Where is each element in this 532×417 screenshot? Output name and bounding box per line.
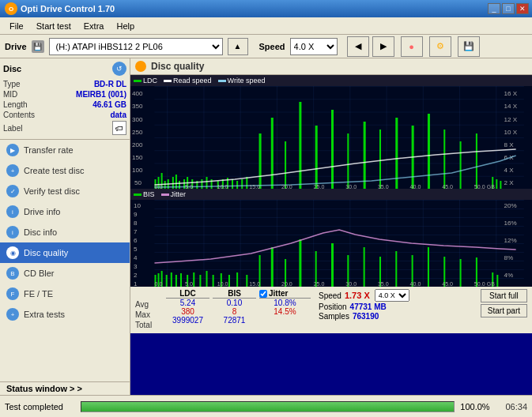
disc-contents-value: data xyxy=(110,111,126,119)
ldc-legend-item: LDC xyxy=(134,77,157,85)
svg-rect-109 xyxy=(395,251,397,287)
bottom-legend: BIS Jitter xyxy=(130,189,532,200)
menu-file[interactable]: File xyxy=(3,20,30,32)
svg-rect-92 xyxy=(193,272,194,287)
sidebar-item-create-test-disc[interactable]: + Create test disc xyxy=(0,160,130,181)
content-header: Disc quality xyxy=(130,58,532,75)
jitter-max: 14.5% xyxy=(259,307,311,316)
menu-extra[interactable]: Extra xyxy=(77,20,111,32)
drive-select[interactable]: (H:) ATAPI iHBS112 2 PL06 xyxy=(49,38,223,55)
svg-text:5: 5 xyxy=(134,246,138,253)
svg-text:8 X: 8 X xyxy=(504,141,514,148)
svg-rect-39 xyxy=(259,133,262,189)
disc-quality-icon: ◉ xyxy=(6,246,19,259)
samples-stat-value: 763190 xyxy=(353,312,379,321)
create-test-disc-icon: + xyxy=(6,164,19,177)
settings-button[interactable]: ⚙ xyxy=(429,36,451,57)
menu-help[interactable]: Help xyxy=(110,20,141,32)
transfer-rate-label: Transfer rate xyxy=(24,145,74,155)
progress-bar xyxy=(81,401,455,412)
close-button[interactable]: ✕ xyxy=(516,3,529,14)
svg-text:0.0: 0.0 xyxy=(154,281,162,287)
prev-button[interactable]: ◀ xyxy=(347,36,369,57)
samples-stat-label: Samples xyxy=(319,312,349,321)
sidebar-item-extra-tests[interactable]: + Extra tests xyxy=(0,304,130,325)
transfer-rate-icon: ▶ xyxy=(6,144,19,156)
svg-rect-56 xyxy=(500,181,501,189)
extra-tests-icon: + xyxy=(6,308,19,321)
menu-start-test[interactable]: Start test xyxy=(30,20,77,32)
svg-text:2 X: 2 X xyxy=(504,179,514,186)
fe-te-label: FE / TE xyxy=(24,289,53,299)
status-window-bar[interactable]: Status window > > xyxy=(0,381,130,395)
svg-rect-44 xyxy=(331,110,334,189)
sidebar: Disc ↺ Type BD-R DL MID MEIRB1 (001) Len… xyxy=(0,58,130,395)
speed-stat-select[interactable]: 4.0 X xyxy=(375,289,409,302)
svg-rect-50 xyxy=(428,114,430,189)
svg-text:35.0: 35.0 xyxy=(378,281,389,287)
svg-text:14 X: 14 X xyxy=(504,103,517,110)
svg-rect-99 xyxy=(246,275,247,287)
total-label: Total xyxy=(135,321,163,331)
svg-rect-95 xyxy=(213,275,214,287)
svg-rect-36 xyxy=(236,181,238,189)
next-button[interactable]: ▶ xyxy=(372,36,394,57)
speed-select[interactable]: 4.0 X xyxy=(290,38,338,55)
content-title: Disc quality xyxy=(151,61,204,72)
jitter-stats: Jitter 10.8% 14.5% xyxy=(259,289,311,316)
bottom-status-bar: Test completed 100.0% 06:34 xyxy=(0,395,532,417)
start-full-button[interactable]: Start full xyxy=(481,289,527,302)
svg-text:12 X: 12 X xyxy=(504,116,517,123)
extra-tests-label: Extra tests xyxy=(24,310,65,319)
color-button[interactable]: ● xyxy=(401,36,423,57)
read-speed-legend-item: Read speed xyxy=(164,77,212,85)
app-title: Opti Drive Control 1.70 xyxy=(21,4,115,13)
cd-bler-icon: B xyxy=(6,267,19,280)
svg-text:35.0: 35.0 xyxy=(378,184,389,189)
save-button[interactable]: 💾 xyxy=(458,36,480,57)
sidebar-item-transfer-rate[interactable]: ▶ Transfer rate xyxy=(0,140,130,160)
svg-rect-35 xyxy=(232,179,233,189)
bis-legend-label: BIS xyxy=(143,190,155,198)
sidebar-item-verify-test-disc[interactable]: ✓ Verify test disc xyxy=(0,181,130,201)
nav-items: ▶ Transfer rate + Create test disc ✓ Ver… xyxy=(0,140,130,381)
svg-rect-55 xyxy=(496,179,497,189)
window-controls: _ □ ✕ xyxy=(488,3,529,14)
ldc-stat-header: LDC xyxy=(166,289,209,299)
avg-label: Avg xyxy=(135,300,163,310)
right-stats: Speed 1.73 X 4.0 X Position 47731 MB Sam… xyxy=(319,289,409,321)
disc-title: Disc xyxy=(3,64,21,73)
speed-stat-label: Speed xyxy=(319,291,341,300)
svg-text:250: 250 xyxy=(132,129,143,136)
jitter-checkbox[interactable] xyxy=(259,290,267,298)
sidebar-item-fe-te[interactable]: F FE / TE xyxy=(0,284,130,304)
create-test-disc-label: Create test disc xyxy=(24,166,84,175)
sidebar-item-cd-bler[interactable]: B CD Bler xyxy=(0,263,130,284)
sidebar-item-disc-quality[interactable]: ◉ Disc quality xyxy=(0,242,130,263)
app-icon: O xyxy=(5,2,17,15)
sidebar-item-drive-info[interactable]: i Drive info xyxy=(0,201,130,222)
elapsed-time: 06:34 xyxy=(496,402,527,411)
svg-text:4%: 4% xyxy=(504,272,513,279)
svg-text:30.0: 30.0 xyxy=(345,281,357,287)
disc-length-value: 46.61 GB xyxy=(92,100,126,109)
bis-legend-color xyxy=(134,193,141,196)
svg-rect-103 xyxy=(299,239,301,287)
sidebar-item-disc-info[interactable]: i Disc info xyxy=(0,222,130,242)
minimize-button[interactable]: _ xyxy=(488,3,500,14)
svg-rect-45 xyxy=(347,133,349,189)
svg-rect-46 xyxy=(364,122,366,189)
top-chart: 400 350 300 250 200 150 100 50 16 X 14 X… xyxy=(130,86,532,189)
maximize-button[interactable]: □ xyxy=(502,3,515,14)
progress-bar-fill xyxy=(81,402,454,411)
disc-label-icon[interactable]: 🏷 xyxy=(112,121,126,135)
jitter-legend-color xyxy=(161,193,169,196)
start-part-button[interactable]: Start part xyxy=(481,304,527,317)
eject-button[interactable]: ▲ xyxy=(228,38,248,55)
svg-text:50.0 GB: 50.0 GB xyxy=(474,281,495,287)
svg-text:12%: 12% xyxy=(504,237,516,244)
svg-text:300: 300 xyxy=(132,116,143,123)
svg-text:40.0: 40.0 xyxy=(410,281,421,287)
samples-row: Samples 763190 xyxy=(319,312,409,321)
disc-refresh-button[interactable]: ↺ xyxy=(112,62,126,76)
